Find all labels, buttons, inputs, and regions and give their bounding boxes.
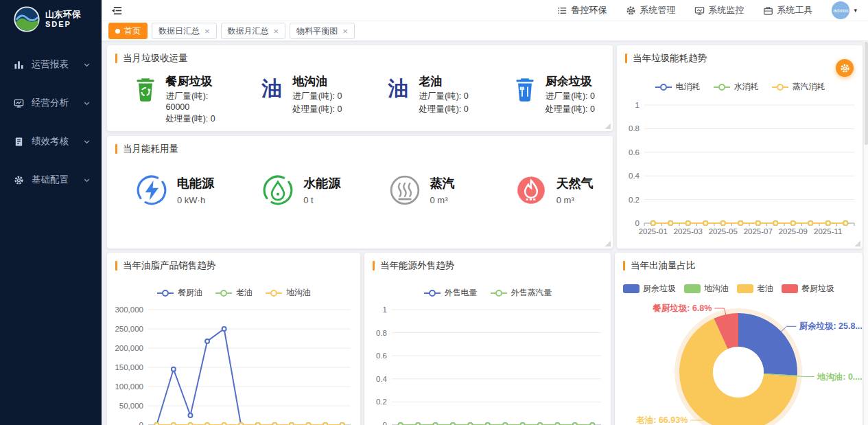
waste-item-name: 老油 — [419, 73, 469, 89]
data-point[interactable] — [222, 327, 226, 331]
sidebar-item-business-analysis[interactable]: 经营分析 — [0, 84, 102, 122]
data-point[interactable] — [668, 221, 672, 225]
data-point[interactable] — [791, 221, 795, 225]
brand-name-en: SDEP — [45, 20, 71, 28]
waste-item-text: 厨余垃圾进厂量(吨): 0处理量(吨): 0 — [546, 73, 595, 115]
data-point[interactable] — [651, 221, 655, 225]
legend-label: 地沟油 — [704, 283, 729, 295]
energy-items: 电能源0 kW·h水能源0 t蒸汽0 m³天然气0 m³ — [107, 174, 613, 206]
legend-item-kitchen-waste[interactable]: 餐厨垃圾 — [782, 283, 834, 295]
sidebar-item-operations-report[interactable]: 运营报表 — [0, 45, 102, 84]
sidebar-item-performance-assessment[interactable]: 绩效考核 — [0, 122, 102, 161]
y-tick-label: 150,000 — [115, 363, 143, 371]
energy-trend-plot[interactable]: 00.20.40.60.812025-012025-032025-052025-… — [622, 97, 860, 249]
flame-circle-icon — [515, 174, 547, 206]
waste-item-gutter-oil: 油地沟油进厂量(吨): 0处理量(吨): 0 — [233, 73, 360, 125]
data-point[interactable] — [205, 339, 209, 343]
legend-marker-icon — [265, 289, 283, 297]
gear-icon — [626, 5, 636, 16]
data-point[interactable] — [826, 221, 830, 225]
resize-grip[interactable] — [854, 240, 860, 246]
collapse-sidebar-icon[interactable] — [111, 5, 123, 16]
data-point[interactable] — [738, 221, 742, 225]
waste-item-metric: 进厂量(吨): 0 — [546, 91, 595, 102]
pie-label-old-oil: 老油: 66.93% — [635, 415, 688, 425]
chevron-down-icon[interactable]: ▾ — [854, 7, 857, 14]
card-waste-intake: 当月垃圾收运量 餐厨垃圾进厂量(吨): 60000处理量(吨): 0油地沟油进厂… — [107, 45, 613, 131]
tab-home[interactable]: 首页 — [108, 23, 148, 39]
pie-hole — [713, 347, 764, 398]
data-point[interactable] — [172, 367, 176, 371]
bolt-circle-icon — [136, 174, 167, 206]
header-nav-system-management[interactable]: 系统管理 — [626, 4, 675, 16]
oil-sales-plot[interactable]: 050,000100,000150,000200,000250,000300,0… — [111, 301, 356, 425]
header-nav-system-tools[interactable]: 系统工具 — [763, 4, 812, 16]
data-point[interactable] — [756, 221, 760, 225]
list-icon — [557, 5, 567, 16]
waste-item-metric: 进厂量(吨): 60000 — [165, 91, 233, 112]
legend-item-gutter-oil[interactable]: 地沟油 — [684, 283, 729, 295]
legend-item-food-waste[interactable]: 厨余垃圾 — [623, 283, 676, 295]
data-point[interactable] — [703, 221, 707, 225]
avatar[interactable]: admin — [832, 1, 849, 19]
legend-item-外售蒸汽量[interactable]: 外售蒸汽量 — [490, 287, 552, 299]
oil-output-share-plot[interactable]: 厨余垃圾: 25.8...地沟油: 0....老油: 66.93%餐厨垃圾: 6… — [615, 300, 863, 425]
water-circle-icon — [262, 174, 294, 206]
legend-item-地沟油[interactable]: 地沟油 — [265, 287, 311, 299]
gear-icon — [14, 174, 25, 185]
legend-item-外售电量[interactable]: 外售电量 — [423, 287, 478, 299]
data-point[interactable] — [808, 221, 812, 225]
legend-item-电消耗[interactable]: 电消耗 — [655, 81, 701, 93]
energy-item-natural-gas: 天然气0 m³ — [486, 174, 613, 206]
tab-data-monthly-summary[interactable]: 数据月汇总× — [221, 23, 286, 39]
energy-sale-plot[interactable]: 00.20.40.60.81 — [368, 301, 607, 425]
data-point[interactable] — [773, 221, 777, 225]
card-energy-sale-title-text: 当年能源外售趋势 — [380, 260, 454, 272]
x-tick-label: 2025-01 — [639, 227, 668, 236]
tab-label: 首页 — [124, 25, 141, 37]
legend-marker-icon — [423, 289, 441, 297]
data-point[interactable] — [721, 221, 725, 225]
energy-item-name: 电能源 — [177, 175, 214, 192]
scrollbar[interactable] — [863, 41, 868, 425]
chart-settings-button[interactable] — [836, 59, 854, 77]
energy-item-value: 0 m³ — [556, 195, 594, 205]
tab-data-daily-summary[interactable]: 数据日汇总× — [152, 23, 217, 39]
scrollbar-thumb[interactable] — [865, 42, 868, 145]
y-tick-label: 0 — [383, 421, 387, 425]
data-point[interactable] — [188, 413, 192, 417]
header-nav: 鲁控环保系统管理系统监控系统工具 — [557, 4, 812, 16]
sidebar-item-label: 运营报表 — [32, 58, 69, 71]
legend-label: 外售电量 — [445, 287, 478, 299]
legend-item-老油[interactable]: 老油 — [215, 287, 253, 299]
waste-item-name: 餐厨垃圾 — [165, 73, 233, 89]
data-point[interactable] — [686, 221, 690, 225]
y-tick-label: 200,000 — [115, 344, 143, 352]
sidebar-item-label: 绩效考核 — [32, 135, 69, 148]
waste-item-text: 地沟油进厂量(吨): 0处理量(吨): 0 — [292, 73, 342, 115]
close-tab-icon[interactable]: × — [204, 27, 210, 36]
sidebar-item-basic-config[interactable]: 基础配置 — [0, 161, 102, 199]
header-nav-label: 系统监控 — [708, 4, 744, 16]
sidebar-item-label: 基础配置 — [32, 174, 69, 186]
legend-item-蒸汽消耗[interactable]: 蒸汽消耗 — [771, 81, 825, 93]
close-tab-icon[interactable]: × — [274, 27, 279, 36]
x-tick-label: 2025-11 — [814, 227, 842, 236]
close-tab-icon[interactable]: × — [342, 27, 348, 36]
tab-material-balance[interactable]: 物料平衡图× — [290, 23, 355, 39]
resize-grip[interactable] — [605, 240, 611, 246]
brand-logo: 山东环保 SDEP — [0, 0, 102, 38]
legend-item-old-oil[interactable]: 老油 — [737, 283, 773, 295]
user-menu[interactable]: admin ▾ — [832, 1, 857, 19]
waste-item-metric: 处理量(吨): 0 — [419, 104, 469, 115]
header-nav-system-monitor[interactable]: 系统监控 — [694, 4, 744, 16]
tab-label: 数据月汇总 — [228, 25, 269, 37]
resize-grip[interactable] — [605, 123, 611, 129]
legend-item-水消耗[interactable]: 水消耗 — [713, 81, 759, 93]
y-tick-label: 0.6 — [629, 148, 640, 157]
chevron-down-icon — [83, 176, 91, 184]
header-nav-lukong-env[interactable]: 鲁控环保 — [557, 4, 607, 16]
data-point[interactable] — [843, 221, 847, 225]
legend-label: 厨余垃圾 — [643, 283, 676, 295]
legend-item-餐厨油[interactable]: 餐厨油 — [156, 287, 202, 299]
